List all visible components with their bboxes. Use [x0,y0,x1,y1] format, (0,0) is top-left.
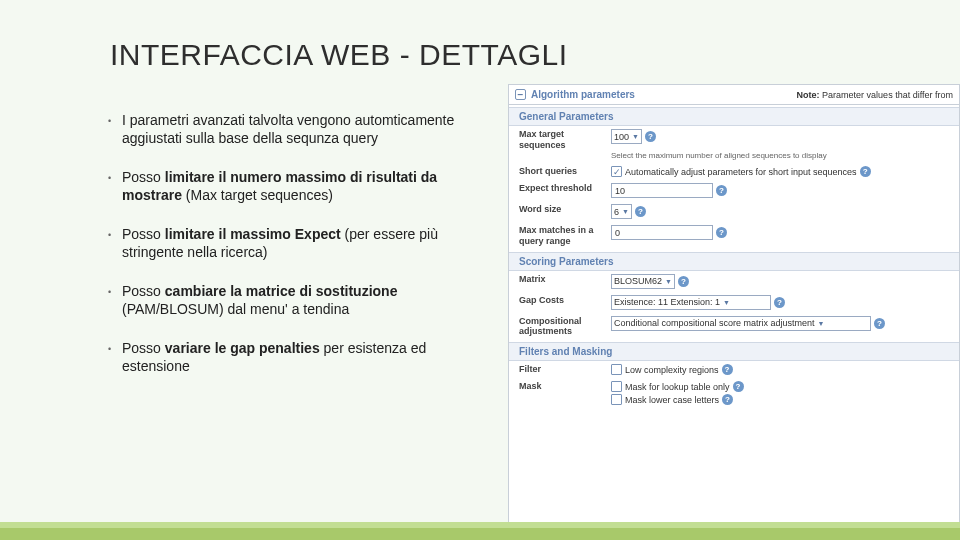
bullet-text: Posso limitare il massimo Expect (per es… [122,226,468,261]
low-complexity-text: Low complexity regions [625,365,719,375]
label-short-queries: Short queries [519,166,611,177]
panel-header: − Algorithm parameters Note: Parameter v… [509,85,959,105]
label-matrix: Matrix [519,274,611,285]
bullet-text: Posso cambiare la matrice di sostituzion… [122,283,468,318]
bullet-dot-icon: • [108,283,122,318]
slide-title: INTERFACCIA WEB - DETTAGLI [110,38,568,72]
compositional-select[interactable]: Conditional compositional score matrix a… [611,316,871,331]
bullet-text: Posso limitare il numero massimo di risu… [122,169,468,204]
list-item: • Posso variare le gap penalties per esi… [108,340,468,375]
mask-lookup-checkbox[interactable] [611,381,622,392]
help-icon[interactable]: ? [678,276,689,287]
blast-parameters-panel: − Algorithm parameters Note: Parameter v… [508,84,960,524]
help-icon[interactable]: ? [645,131,656,142]
expect-input[interactable]: 10 [611,183,713,198]
list-item: • Posso cambiare la matrice di sostituzi… [108,283,468,318]
chevron-down-icon: ▼ [723,299,730,306]
section-general-parameters: General Parameters [509,107,959,126]
list-item: • I parametri avanzati talvolta vengono … [108,112,468,147]
bullet-text: I parametri avanzati talvolta vengono au… [122,112,468,147]
label-max-matches: Max matches in a query range [519,225,611,247]
chevron-down-icon: ▼ [818,320,825,327]
help-icon[interactable]: ? [716,185,727,196]
low-complexity-checkbox[interactable] [611,364,622,375]
max-target-select[interactable]: 100▼ [611,129,642,144]
help-icon[interactable]: ? [860,166,871,177]
bullet-dot-icon: • [108,169,122,204]
help-icon[interactable]: ? [774,297,785,308]
help-icon[interactable]: ? [635,206,646,217]
bullet-list: • I parametri avanzati talvolta vengono … [108,112,468,397]
word-size-select[interactable]: 6▼ [611,204,632,219]
bullet-dot-icon: • [108,226,122,261]
gap-costs-select[interactable]: Existence: 11 Extension: 1▼ [611,295,771,310]
panel-header-label: Algorithm parameters [531,89,635,100]
collapse-icon[interactable]: − [515,89,526,100]
label-expect: Expect threshold [519,183,611,194]
section-scoring-parameters: Scoring Parameters [509,252,959,271]
mask-lookup-text: Mask for lookup table only [625,382,730,392]
help-icon[interactable]: ? [722,394,733,405]
max-target-subtext: Select the maximum number of aligned seq… [611,151,827,160]
chevron-down-icon: ▼ [665,278,672,285]
help-icon[interactable]: ? [874,318,885,329]
label-filter: Filter [519,364,611,375]
footer-accent [0,528,960,540]
list-item: • Posso limitare il numero massimo di ri… [108,169,468,204]
help-icon[interactable]: ? [716,227,727,238]
short-queries-checkbox[interactable]: ✓ [611,166,622,177]
max-matches-input[interactable]: 0 [611,225,713,240]
label-gap-costs: Gap Costs [519,295,611,306]
label-mask: Mask [519,381,611,392]
chevron-down-icon: ▼ [622,208,629,215]
label-compositional: Compositional adjustments [519,316,611,338]
chevron-down-icon: ▼ [632,133,639,140]
label-word-size: Word size [519,204,611,215]
help-icon[interactable]: ? [733,381,744,392]
mask-lowercase-text: Mask lower case letters [625,395,719,405]
bullet-text: Posso variare le gap penalties per esist… [122,340,468,375]
bullet-dot-icon: • [108,340,122,375]
matrix-select[interactable]: BLOSUM62▼ [611,274,675,289]
help-icon[interactable]: ? [722,364,733,375]
bullet-dot-icon: • [108,112,122,147]
short-queries-text: Automatically adjust parameters for shor… [625,167,857,177]
list-item: • Posso limitare il massimo Expect (per … [108,226,468,261]
panel-note: Note: Parameter values that differ from [797,90,953,100]
label-max-target: Max target sequences [519,129,611,151]
section-filters-masking: Filters and Masking [509,342,959,361]
mask-lowercase-checkbox[interactable] [611,394,622,405]
